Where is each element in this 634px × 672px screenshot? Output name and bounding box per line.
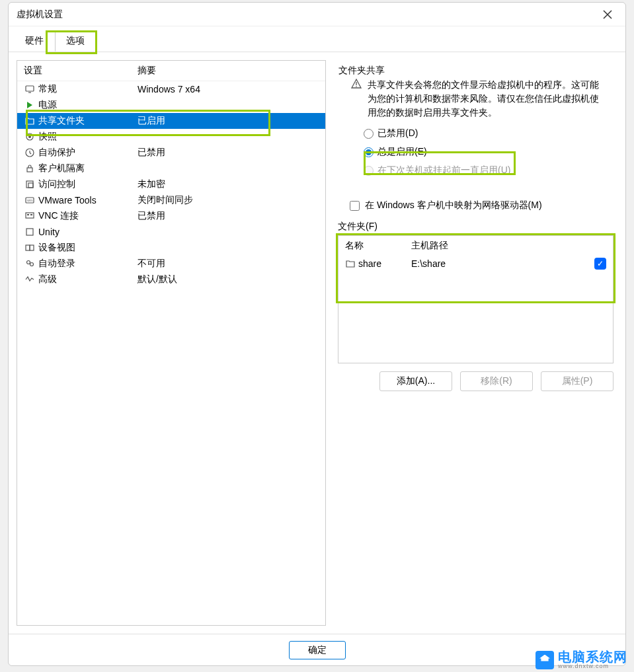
monitor-icon — [24, 83, 36, 95]
setting-row-autologin[interactable]: 自动登录不可用 — [17, 256, 325, 272]
setting-row-snapshot[interactable]: 快照 — [17, 129, 325, 145]
svg-rect-11 — [27, 214, 29, 215]
folders-col-path: 主机路径 — [411, 240, 606, 252]
radio-disabled-label: 已禁用(D) — [377, 128, 418, 139]
setting-row-monitor[interactable]: 常规Windows 7 x64 — [17, 81, 325, 97]
folder-row[interactable]: shareE:\share✓ — [338, 256, 613, 272]
folder-path: E:\share — [411, 258, 594, 269]
folder-buttons: 添加(A)... 移除(R) 属性(P) — [338, 371, 614, 391]
radio-disabled-input[interactable] — [364, 129, 374, 139]
setting-label: 高级 — [38, 274, 138, 285]
close-button[interactable] — [598, 7, 617, 22]
lock-icon — [24, 163, 36, 174]
remove-button[interactable]: 移除(R) — [460, 371, 533, 391]
settings-list-panel: 设置 摘要 常规Windows 7 x64电源共享文件夹已启用快照自动保护已禁用… — [17, 60, 326, 626]
map-drive-checkbox[interactable] — [350, 201, 360, 211]
setting-summary: Windows 7 x64 — [138, 84, 319, 94]
ok-button[interactable]: 确定 — [289, 641, 346, 659]
setting-label: 访问控制 — [38, 178, 138, 190]
setting-label: 共享文件夹 — [38, 115, 138, 127]
snapshot-icon — [24, 131, 36, 143]
setting-label: VNC 连接 — [38, 210, 138, 222]
setting-label: Unity — [38, 227, 138, 237]
folders-list-header: 名称 主机路径 — [338, 236, 613, 256]
setting-summary: 已禁用 — [138, 147, 319, 159]
setting-row-device[interactable]: 设备视图 — [17, 240, 325, 256]
setting-row-lock[interactable]: 客户机隔离 — [17, 161, 325, 176]
svg-rect-10 — [26, 213, 34, 218]
setting-label: 快照 — [38, 131, 138, 143]
map-drive-checkbox-row[interactable]: 在 Windows 客户机中映射为网络驱动器(M) — [338, 200, 614, 211]
detail-panel: 文件夹共享 共享文件夹会将您的文件显示给虚拟机中的程序。这可能为您的计算机和数据… — [334, 60, 617, 626]
setting-label: 自动登录 — [38, 258, 138, 270]
folders-col-name: 名称 — [345, 240, 411, 252]
svg-rect-5 — [27, 168, 32, 172]
setting-label: VMware Tools — [38, 195, 138, 205]
watermark-sub: www.dnxtw.com — [558, 663, 627, 669]
vnc-icon — [24, 210, 36, 222]
svg-point-3 — [28, 135, 31, 138]
setting-summary: 不可用 — [138, 258, 319, 270]
setting-row-vnc[interactable]: VNC 连接已禁用 — [17, 208, 325, 224]
power-icon — [24, 99, 36, 111]
radio-always-input[interactable] — [364, 147, 374, 157]
setting-label: 常规 — [38, 83, 138, 95]
properties-button[interactable]: 属性(P) — [541, 371, 614, 391]
setting-summary: 已启用 — [138, 115, 319, 127]
svg-point-17 — [30, 263, 34, 266]
tab-options[interactable]: 选项 — [55, 30, 96, 52]
setting-summary: 关闭时间同步 — [138, 194, 319, 206]
access-icon — [24, 178, 36, 190]
radio-until-input — [364, 166, 374, 176]
setting-row-unity[interactable]: Unity — [17, 224, 325, 240]
folder-sharing-group: 文件夹共享 共享文件夹会将您的文件显示给虚拟机中的程序。这可能为您的计算机和数据… — [338, 61, 614, 188]
setting-row-power[interactable]: 电源 — [17, 97, 325, 113]
setting-row-vm[interactable]: vmVMware Tools关闭时间同步 — [17, 192, 325, 208]
window-title: 虚拟机设置 — [17, 9, 63, 20]
watermark: 电脑系统网 www.dnxtw.com — [535, 650, 627, 669]
folders-group: 文件夹(F) 名称 主机路径 shareE:\share✓ 添加(A)... 移… — [338, 221, 614, 391]
watermark-main: 电脑系统网 — [558, 650, 627, 663]
header-summary: 摘要 — [138, 65, 319, 77]
folders-list[interactable]: 名称 主机路径 shareE:\share✓ — [338, 235, 614, 363]
settings-list[interactable]: 常规Windows 7 x64电源共享文件夹已启用快照自动保护已禁用客户机隔离访… — [17, 81, 325, 625]
svg-rect-0 — [26, 86, 34, 91]
device-icon — [24, 242, 36, 254]
house-icon — [535, 651, 554, 669]
clock-icon — [24, 147, 36, 159]
setting-label: 电源 — [38, 99, 138, 111]
svg-text:vm: vm — [27, 198, 32, 202]
setting-summary: 默认/默认 — [138, 274, 319, 285]
svg-point-19 — [356, 86, 357, 87]
radio-group: 已禁用(D) 总是启用(E) 在下次关机或挂起前一直启用(U) — [338, 128, 613, 176]
setting-row-advanced[interactable]: 高级默认/默认 — [17, 272, 325, 287]
add-button[interactable]: 添加(A)... — [379, 371, 452, 391]
svg-rect-13 — [26, 229, 33, 235]
dialog-footer: 确定 — [9, 634, 625, 665]
warning-text: 共享文件夹会将您的文件显示给虚拟机中的程序。这可能为您的计算机和数据带来风险。请… — [368, 78, 608, 120]
unity-icon — [24, 226, 36, 238]
vm-settings-dialog: 虚拟机设置 硬件 选项 设置 摘要 常规Windows 7 x64电源共享文件夹… — [8, 2, 626, 666]
radio-disabled[interactable]: 已禁用(D) — [364, 128, 613, 139]
setting-label: 自动保护 — [38, 147, 138, 159]
close-icon — [603, 10, 612, 19]
content-area: 设置 摘要 常规Windows 7 x64电源共享文件夹已启用快照自动保护已禁用… — [9, 52, 625, 634]
advanced-icon — [24, 274, 36, 285]
folder-enabled-check[interactable]: ✓ — [594, 258, 606, 270]
svg-rect-14 — [26, 245, 30, 250]
setting-row-folder-share[interactable]: 共享文件夹已启用 — [17, 113, 325, 129]
titlebar: 虚拟机设置 — [9, 3, 625, 26]
radio-always-enabled[interactable]: 总是启用(E) — [364, 146, 613, 158]
tab-hardware[interactable]: 硬件 — [14, 30, 55, 52]
settings-list-header: 设置 摘要 — [17, 61, 325, 81]
folders-title: 文件夹(F) — [338, 221, 614, 233]
warning-icon — [350, 78, 362, 120]
setting-row-access[interactable]: 访问控制未加密 — [17, 176, 325, 192]
setting-summary: 已禁用 — [138, 210, 319, 222]
sharing-title: 文件夹共享 — [338, 65, 613, 77]
svg-rect-7 — [28, 183, 33, 188]
folder-share-icon — [24, 115, 36, 127]
vm-icon: vm — [24, 194, 36, 206]
setting-row-clock[interactable]: 自动保护已禁用 — [17, 145, 325, 161]
autologin-icon — [24, 258, 36, 270]
